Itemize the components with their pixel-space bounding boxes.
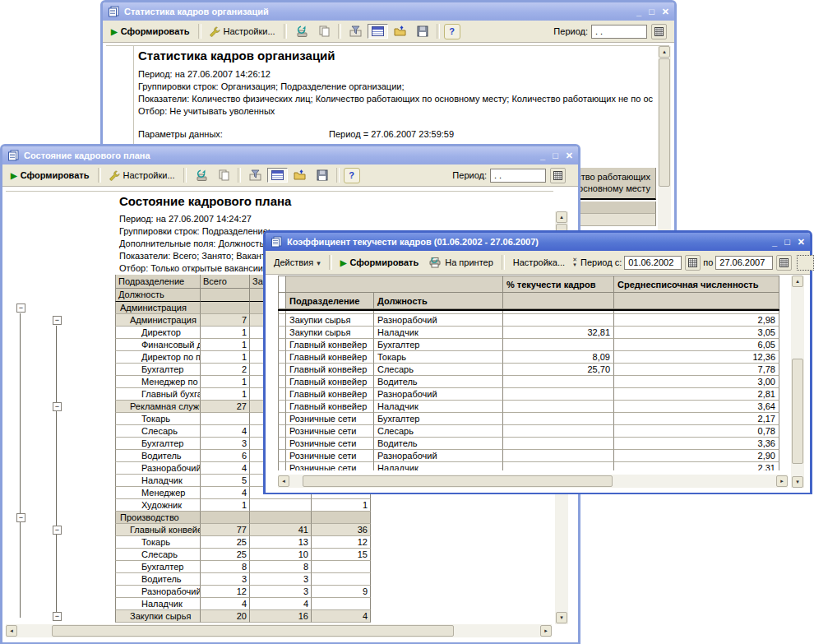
scroll-up-button[interactable] xyxy=(792,276,803,287)
table-row[interactable]: Главный конвейер Бухгалтер 6,05 xyxy=(278,339,779,351)
generate-button[interactable]: Сформировать xyxy=(336,255,423,270)
settings-button[interactable]: Настройки... xyxy=(206,24,280,39)
maximize-icon[interactable]: □ xyxy=(649,7,654,17)
table-row[interactable]: Закупки сырья Наладчик 32,81 3,05 xyxy=(278,327,779,339)
print-button[interactable]: На принтер xyxy=(424,254,497,271)
help-button[interactable] xyxy=(344,168,360,183)
table-row[interactable]: Художник 1 1 xyxy=(12,499,371,512)
table-row[interactable]: Розничные сети Разнорабочий 2,90 xyxy=(278,450,779,462)
table-row[interactable]: Розничные сети Наладчик 2,31 xyxy=(278,462,779,470)
calendar-button[interactable] xyxy=(776,255,792,271)
table-row[interactable]: Бухгалтер 8 8 xyxy=(12,561,371,573)
copy-button[interactable] xyxy=(314,23,334,39)
table-row[interactable]: Токарь 25 13 12 xyxy=(12,536,371,549)
cell-position: Водитель xyxy=(374,376,503,388)
minimize-icon[interactable]: _ xyxy=(772,237,777,248)
table-row[interactable]: Главный конвейер Водитель 3,00 xyxy=(278,376,779,388)
table-row[interactable]: Закупки сырья 20 16 4 xyxy=(12,610,371,623)
period-input[interactable]: . . xyxy=(591,25,647,39)
table-settings-button[interactable] xyxy=(267,168,288,183)
scrollbar-thumb[interactable] xyxy=(303,475,613,487)
table-row[interactable]: Закупки сырья Разнорабочий 2,98 xyxy=(278,314,779,327)
vertical-scrollbar[interactable] xyxy=(791,276,804,488)
open-button[interactable] xyxy=(289,167,311,183)
settings-button[interactable]: Настройки... xyxy=(105,168,179,183)
calendar-button[interactable] xyxy=(685,255,701,271)
collapse-icon[interactable] xyxy=(16,513,25,522)
table-row[interactable]: Производство xyxy=(12,512,371,524)
refresh-button[interactable] xyxy=(191,167,212,184)
toolbar-overflow-icon[interactable] xyxy=(572,257,577,267)
collapse-icon[interactable] xyxy=(53,316,62,325)
generate-button[interactable]: Сформировать xyxy=(107,24,194,39)
save-button[interactable] xyxy=(312,167,332,183)
scrollbar-thumb[interactable] xyxy=(52,625,454,637)
save-button[interactable] xyxy=(413,23,432,39)
copy-button[interactable] xyxy=(214,167,234,183)
scrollbar-thumb[interactable] xyxy=(792,359,803,464)
table-row[interactable]: Главный конвейер Разнорабочий 2,81 xyxy=(278,388,779,401)
column-header-department[interactable]: Подразделение xyxy=(286,293,374,309)
separator xyxy=(329,255,332,270)
setup-button[interactable]: Настройка... xyxy=(509,255,569,270)
titlebar-staff-statistics[interactable]: Статистика кадров организаций _ □ ✕ xyxy=(103,2,674,21)
scroll-right-button[interactable] xyxy=(540,625,552,637)
column-header-total[interactable]: Всего xyxy=(201,275,250,289)
table-row[interactable]: Разнорабочий 12 3 9 xyxy=(12,586,371,598)
collapse-icon[interactable] xyxy=(53,612,62,621)
horizontal-scrollbar[interactable] xyxy=(278,475,788,488)
generate-button[interactable]: Сформировать xyxy=(7,168,94,183)
period-to-input[interactable]: 27.06.2007 xyxy=(715,256,773,270)
actions-menu-button[interactable]: Действия xyxy=(270,255,325,270)
column-header-position[interactable]: Должность xyxy=(374,293,503,309)
close-icon[interactable]: ✕ xyxy=(662,7,669,17)
table-settings-button[interactable] xyxy=(368,24,388,39)
table-row[interactable]: Главный конвейер Наладчик 3,64 xyxy=(278,401,779,413)
table-row[interactable]: Главный конвейер 77 41 36 xyxy=(12,524,371,536)
maximize-icon[interactable]: □ xyxy=(553,151,558,161)
table-row[interactable]: Главный конвейер Слесарь 25,70 7,78 xyxy=(278,364,779,376)
period-from-input[interactable]: 01.06.2002 xyxy=(624,256,682,270)
cell-total: 2 xyxy=(201,364,250,376)
calendar-button[interactable] xyxy=(651,24,667,39)
scroll-left-button[interactable] xyxy=(6,625,17,637)
titlebar-turnover[interactable]: Коэффициент текучести кадров (01.06.2002… xyxy=(266,233,810,251)
table-row[interactable]: Розничные сети Водитель 3,36 xyxy=(278,438,779,450)
table-row[interactable]: Водитель 3 3 xyxy=(12,573,371,586)
cell-average-headcount: 2,31 xyxy=(614,462,779,470)
maximize-icon[interactable]: □ xyxy=(784,237,790,248)
close-icon[interactable]: ✕ xyxy=(566,151,573,161)
table-row[interactable]: Слесарь 25 10 15 xyxy=(12,549,371,561)
refresh-button[interactable] xyxy=(291,23,312,40)
scroll-right-button[interactable] xyxy=(776,475,788,487)
period-select-button[interactable] xyxy=(797,255,814,271)
column-header-turnover-rate[interactable]: % текучести кадров xyxy=(503,276,614,293)
close-icon[interactable]: ✕ xyxy=(798,237,805,248)
scroll-left-button[interactable] xyxy=(278,475,289,487)
titlebar-staffing-plan[interactable]: Состояние кадрового плана _ □ ✕ xyxy=(2,146,578,164)
table-row[interactable]: Наладчик 4 4 xyxy=(12,598,371,610)
filter-button[interactable] xyxy=(245,167,266,183)
table-row[interactable]: Розничные сети Бухгалтер 2,17 xyxy=(278,413,779,425)
column-header-position[interactable]: Должность xyxy=(115,289,201,302)
horizontal-scrollbar[interactable] xyxy=(6,624,552,637)
collapse-icon[interactable] xyxy=(53,526,62,535)
minimize-icon[interactable]: _ xyxy=(636,7,641,17)
scroll-up-button[interactable] xyxy=(556,211,567,223)
table-row[interactable]: Главный конвейер Токарь 8,09 12,36 xyxy=(278,351,779,364)
collapse-icon[interactable] xyxy=(16,303,25,313)
column-header-average-headcount[interactable]: Среднесписочная численность xyxy=(614,276,779,293)
column-header-department[interactable]: Подразделение xyxy=(115,275,201,289)
filter-button[interactable] xyxy=(345,23,366,39)
period-input[interactable]: . . xyxy=(490,169,546,183)
collapse-icon[interactable] xyxy=(53,402,62,411)
help-button[interactable] xyxy=(444,24,460,39)
scrollbar-thumb[interactable] xyxy=(659,58,670,187)
table-row[interactable]: Розничные сети Слесарь 0,78 xyxy=(278,425,779,438)
calendar-button[interactable] xyxy=(550,168,566,183)
scroll-down-button[interactable] xyxy=(792,476,803,488)
scroll-down-button[interactable] xyxy=(556,612,567,623)
scroll-up-button[interactable] xyxy=(659,46,670,58)
open-button[interactable] xyxy=(390,23,411,39)
minimize-icon[interactable]: _ xyxy=(540,151,545,161)
